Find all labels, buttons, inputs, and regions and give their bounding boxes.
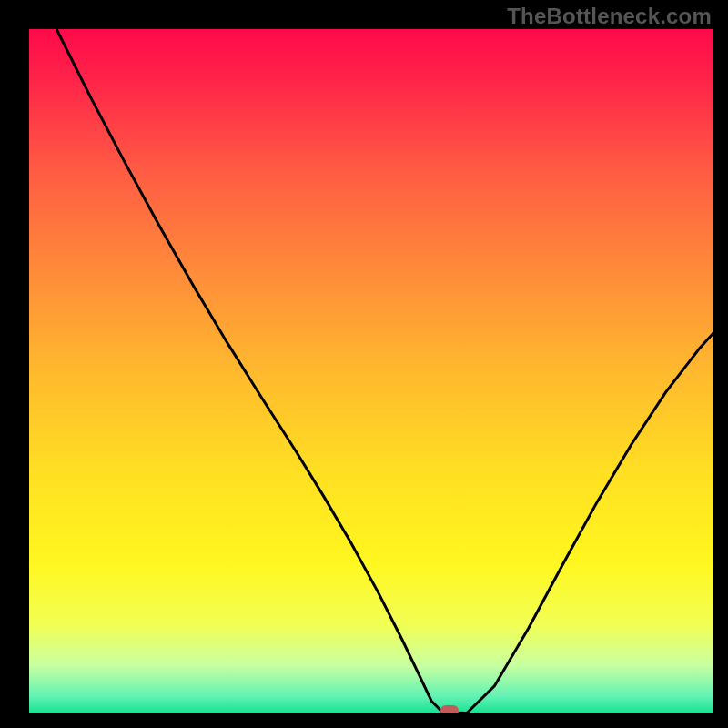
plot-area: [29, 29, 713, 713]
chart-frame: TheBottleneck.com: [0, 0, 728, 728]
bottleneck-curve: [56, 29, 713, 713]
curve-layer: [29, 29, 713, 713]
watermark-text: TheBottleneck.com: [507, 4, 712, 29]
optimal-point-marker: [440, 705, 459, 713]
